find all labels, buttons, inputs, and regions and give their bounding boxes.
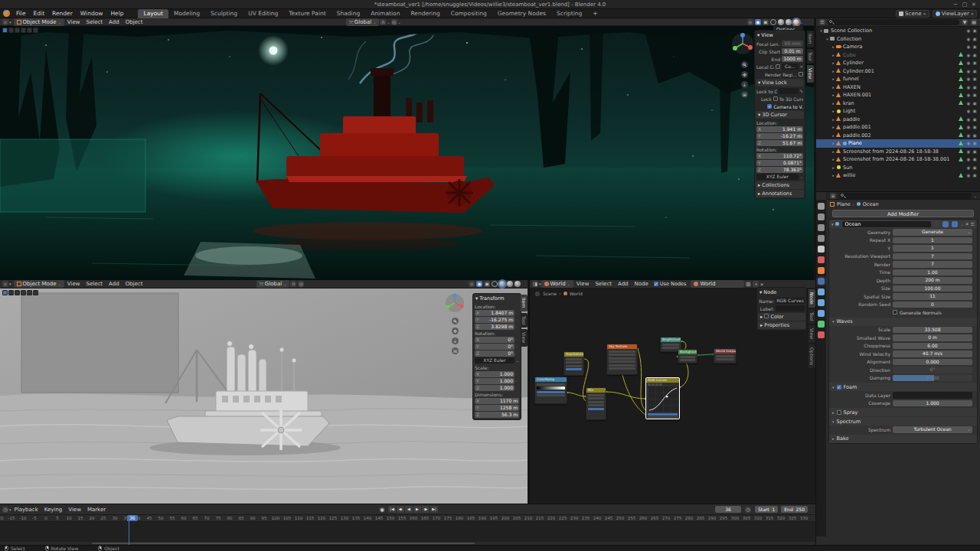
spectrum-dropdown[interactable]: Turbulent Ocean⌄ [893, 426, 972, 433]
scene-selector[interactable]: Scene ✕ [896, 10, 929, 18]
hide-eye-icon[interactable]: ◉ [965, 85, 972, 90]
spectrum-section-header[interactable]: ▾Spectrum [829, 417, 977, 425]
hide-eye-icon[interactable]: ◉ [965, 125, 972, 129]
properties-tab-object[interactable] [818, 267, 825, 274]
xray-toggle-icon[interactable]: ▣ [763, 19, 769, 25]
cursor-tool-icon[interactable] [15, 28, 20, 33]
breadcrumb-object[interactable]: Plane [837, 201, 851, 207]
disable-render-camera-icon[interactable]: ▣ [972, 165, 978, 170]
clip-end-field[interactable]: 1000 m [782, 56, 803, 62]
n-panel-tab-tool[interactable]: Tool [807, 49, 814, 64]
hide-eye-icon[interactable]: ◉ [965, 109, 972, 113]
waves-alignment-field[interactable]: 0.000 [893, 359, 972, 366]
viewport-menu-object[interactable]: Object [122, 19, 146, 25]
local-camera-field[interactable]: Ca... [782, 64, 799, 70]
expand-icon[interactable]: ▾ [831, 222, 834, 227]
expand-arrow[interactable]: ▸ [831, 53, 836, 57]
outliner-row[interactable]: ▸paddle.001◉▣ [816, 123, 980, 132]
axis-gizmo[interactable] [731, 32, 754, 55]
annotations-panel[interactable]: ▸ Annotations [756, 190, 804, 197]
close-button[interactable]: ✕ [969, 0, 978, 9]
outliner-row[interactable]: ▸Light◉▣ [816, 107, 980, 116]
jump-to-start-button[interactable]: |◀ [388, 506, 397, 513]
camera-view-icon[interactable]: ⏚ [452, 337, 459, 344]
properties-tab-material[interactable] [818, 331, 825, 338]
outliner-row[interactable]: ▸Camera◉▣ [816, 43, 980, 51]
location-z-field[interactable]: Z3.8298 m [475, 324, 514, 330]
workspace-tab-shading[interactable]: Shading [332, 9, 365, 18]
spray-section-header[interactable]: ▸Spray [829, 408, 977, 416]
outliner-row[interactable]: ▸Cylinder.001◉▣ [816, 67, 980, 76]
n-panel-tab-item[interactable]: Item [521, 295, 528, 311]
cursor-location-z-field[interactable]: Z51.67 m [756, 140, 803, 146]
disable-render-camera-icon[interactable]: ▣ [972, 173, 978, 178]
viewport2-menu-select[interactable]: Select [83, 281, 106, 287]
properties-tab-render[interactable] [818, 214, 825, 220]
ocean-time-field[interactable]: 1.00 [893, 269, 972, 276]
disable-render-camera-icon[interactable]: ▣ [972, 44, 978, 49]
lock-icon[interactable]: ◦ [515, 351, 519, 356]
ocean-resolution-viewport-field[interactable]: 7 [893, 253, 972, 260]
shader-node-editor[interactable]: ◨ ▾ World ⌄ ViewSelectAddNode Use Nodes … [529, 280, 815, 504]
workspace-tab-uv-editing[interactable]: UV Editing [243, 9, 283, 18]
hide-eye-icon[interactable]: ◉ [965, 117, 972, 122]
expand-arrow[interactable]: ▸ [831, 93, 836, 97]
scale-tool-icon[interactable] [33, 290, 38, 295]
expand-arrow[interactable]: ▸ [831, 149, 836, 154]
workspace-tab-modeling[interactable]: Modeling [168, 9, 205, 18]
view-panel-title[interactable]: ▾ View [755, 31, 805, 40]
viewport-3d-solid[interactable]: 🔍︎ ✥ ⏚ ⊞ ▾ Transform Location: X1.8407 m… [0, 289, 528, 504]
hide-eye-icon[interactable]: ◉ [965, 69, 972, 73]
properties-tab-object-data[interactable] [818, 321, 825, 328]
expand-arrow[interactable]: ▸ [831, 109, 836, 113]
workspace-tab-rendering[interactable]: Rendering [405, 9, 445, 18]
properties-tab-modifiers[interactable] [818, 278, 825, 285]
expand-arrow[interactable]: ▸ [831, 85, 836, 90]
lock-icon[interactable]: ◦ [515, 324, 519, 329]
outliner-row[interactable]: ▸funnel◉▣ [816, 75, 980, 83]
outliner-row[interactable]: ▸HAXEN◉▣ [816, 83, 980, 92]
rgb-curve-graph[interactable] [648, 386, 678, 412]
jump-to-end-button[interactable]: ▶| [430, 506, 439, 513]
node-header[interactable]: Background [678, 350, 697, 354]
add-modifier-button[interactable]: Add Modifier [832, 210, 974, 217]
node-world-output[interactable]: World Output [714, 348, 737, 364]
foam-data-layer-field[interactable] [893, 392, 972, 399]
cursor-panel-title[interactable]: ▾ 3D Cursor [756, 111, 804, 119]
gizmo-dropdown-icon[interactable]: ⟐ [747, 19, 753, 25]
disable-render-camera-icon[interactable]: ▣ [972, 69, 978, 73]
current-frame-field[interactable]: 36 [715, 506, 741, 513]
hide-eye-icon[interactable]: ◉ [965, 165, 972, 170]
gizmo-dropdown-icon[interactable]: ⟐ [469, 281, 475, 287]
expand-arrow[interactable]: ▸ [831, 60, 836, 65]
node-colorramp[interactable]: ColorRamp [534, 377, 567, 404]
lock-icon[interactable]: ◦ [515, 311, 519, 315]
shading-rendered-button[interactable] [793, 19, 799, 25]
snap-magnet-icon[interactable]: ∩ [290, 281, 296, 287]
disable-render-camera-icon[interactable]: ▣ [972, 133, 978, 138]
scene-x-icon[interactable]: ✕ [923, 11, 926, 16]
outliner-row[interactable]: ▸Plane◉▣ [816, 139, 980, 148]
workspace-tab-layout[interactable]: Layout [138, 9, 168, 18]
ocean-geometry-field[interactable]: Generate⌄ [893, 229, 972, 236]
to-3d-cursor-checkbox[interactable] [773, 96, 778, 101]
ocean-size-field[interactable]: 100.00 [893, 285, 972, 292]
cursor-tool-icon[interactable] [15, 290, 20, 295]
node-name-field[interactable]: RGB Curves [776, 298, 805, 304]
focal-length-field[interactable]: 50 mm [782, 41, 803, 47]
timeline-menu-keying[interactable]: Keying [41, 507, 66, 513]
node-label-field[interactable] [776, 305, 805, 311]
ocean-y-field[interactable]: 1 [893, 245, 972, 252]
node-rgb-curves[interactable]: RGB Curves [645, 377, 680, 419]
bake-section-header[interactable]: ▸Bake [829, 435, 977, 443]
dimensions-z-field[interactable]: Z56.3 m [475, 412, 519, 418]
n-panel-tab-view[interactable]: View [807, 65, 814, 82]
disable-render-camera-icon[interactable]: ▣ [972, 101, 978, 106]
euler-dropdown[interactable]: XYZ Euler [475, 357, 514, 364]
disable-render-camera-icon[interactable]: ▣ [972, 149, 978, 154]
disable-render-camera-icon[interactable]: ▣ [972, 125, 978, 129]
ocean-random-seed-field[interactable]: 0 [893, 302, 972, 308]
modifier-menu-icon[interactable]: ☰ [971, 221, 975, 227]
mode-dropdown[interactable]: Object Mode ⌄ [14, 280, 64, 288]
outliner-editor-icon[interactable]: ☰ [819, 19, 825, 25]
